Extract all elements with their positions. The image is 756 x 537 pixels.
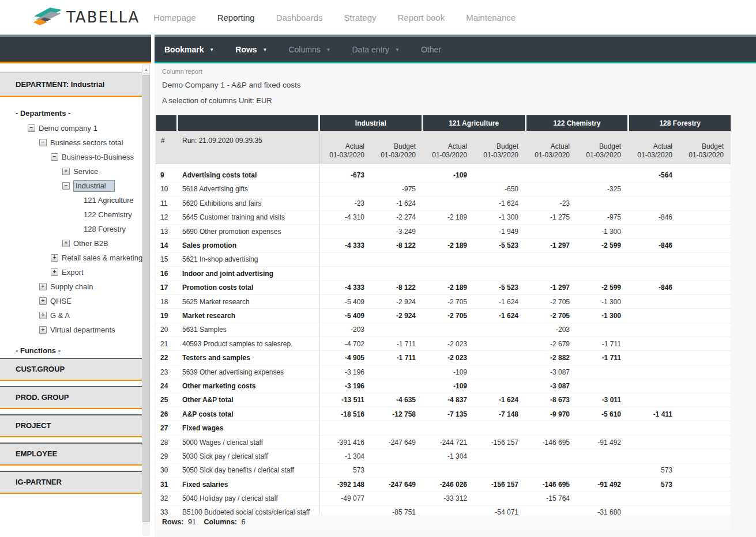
toolbar-item-columns[interactable]: Columns ▼ xyxy=(288,45,330,54)
cell-value: -3 087 xyxy=(525,368,577,376)
table-row-23[interactable]: 235639 Other advertising expenses-3 196-… xyxy=(156,365,731,379)
tree-item-industrial[interactable]: −Industrial xyxy=(0,179,151,193)
expand-icon[interactable]: + xyxy=(39,297,47,305)
tree-item-label[interactable]: Retail sales & marketing xyxy=(62,254,142,262)
tree-item-label[interactable]: Other B2B xyxy=(73,239,108,248)
table-row-15[interactable]: 155621 In-shop advertising xyxy=(156,253,731,267)
table-row-18[interactable]: 185625 Market research-5 409-2 924-2 705… xyxy=(156,295,731,309)
table-row-19[interactable]: 19Market research-5 409-2 924-2 705-1 62… xyxy=(156,309,731,323)
table-row-25[interactable]: 25Other A&P total-13 511-4 635-4 837-1 6… xyxy=(156,394,731,407)
tree-item-122-chemistry[interactable]: 122 Chemistry xyxy=(0,207,151,222)
table-row-21[interactable]: 2140593 Product samples to salesrep.-4 7… xyxy=(156,337,731,351)
table-row-17[interactable]: 17Promotion costs total-4 333-8 122-2 18… xyxy=(156,281,731,295)
table-row-31[interactable]: 31Fixed salaries-392 148-247 649-246 026… xyxy=(156,478,731,491)
nav-item-reporting[interactable]: Reporting xyxy=(217,13,255,22)
table-row-22[interactable]: 22Testers and samples-4 905-1 711-2 023-… xyxy=(156,351,731,365)
table-row-14[interactable]: 14Sales promotion-4 333-8 122-2 189-5 52… xyxy=(156,239,731,252)
tree-item-label[interactable]: Business sectors total xyxy=(50,138,123,147)
table-row-13[interactable]: 135690 Other promotion expenses-3 249-1 … xyxy=(156,225,731,239)
nav-item-report-book[interactable]: Report book xyxy=(397,13,445,22)
table-row-33[interactable]: 33B5100 Budgeted social costs/clerical s… xyxy=(156,506,731,515)
tree-item-g-a[interactable]: +G & A xyxy=(0,308,151,323)
cell-value: -1 300 xyxy=(577,228,628,236)
expand-icon[interactable]: + xyxy=(39,283,47,290)
scroll-up-icon[interactable]: ▲ xyxy=(142,65,150,74)
scroll-thumb[interactable] xyxy=(142,75,150,522)
table-row-26[interactable]: 26A&P costs total-18 516-12 758-7 135-7 … xyxy=(156,407,731,421)
table-row-29[interactable]: 295030 Sick pay / clerical staff-1 304-1… xyxy=(156,449,731,463)
cell-value: -9 970 xyxy=(525,410,577,418)
tree-item-label[interactable]: Demo company 1 xyxy=(39,124,97,133)
tree-item-label[interactable]: Industrial xyxy=(73,180,115,192)
column-period-label: 01-03/2020 xyxy=(329,151,364,160)
table-row-10[interactable]: 105618 Advertising gifts-975-650-325 xyxy=(156,183,731,196)
table-row-24[interactable]: 24Other marketing costs-3 196-109-3 087 xyxy=(156,379,731,393)
sidebar-panel-prod-group[interactable]: PROD. GROUP xyxy=(0,386,142,409)
tree-item-service[interactable]: +Service xyxy=(0,164,151,179)
tree-item-export[interactable]: +Export xyxy=(0,265,151,279)
collapse-icon[interactable]: − xyxy=(62,182,70,190)
sidebar-panel-ig-partner[interactable]: IG-PARTNER xyxy=(0,471,142,494)
cell-value: -7 135 xyxy=(423,410,474,418)
table-row-28[interactable]: 285000 Wages / clerical staff-391 416-24… xyxy=(156,436,731,449)
toolbar-item-other[interactable]: Other xyxy=(421,45,441,54)
table-row-32[interactable]: 325040 Holiday pay / clerical staff-49 0… xyxy=(156,491,731,505)
sidebar-panel-cust-group[interactable]: CUST.GROUP xyxy=(0,358,142,381)
tree-item-label[interactable]: Export xyxy=(62,268,84,277)
expand-icon[interactable]: + xyxy=(39,326,47,334)
tree-item-121-agriculture[interactable]: 121 Agriculture xyxy=(0,193,151,207)
table-subheader: # Run: 21.09.2020 09.39.35 Actual01-03/2… xyxy=(156,131,731,164)
tree-item-128-forestry[interactable]: 128 Forestry xyxy=(0,222,151,236)
expand-icon[interactable]: + xyxy=(39,312,47,319)
nav-item-strategy[interactable]: Strategy xyxy=(344,13,377,22)
tree-item-qhse[interactable]: +QHSE xyxy=(0,294,151,308)
app-logo[interactable]: TABELLA xyxy=(31,5,140,29)
toolbar-item-rows[interactable]: Rows ▼ xyxy=(235,45,267,54)
department-header[interactable]: DEPARTMENT: Industrial xyxy=(0,73,142,97)
table-row-12[interactable]: 125645 Customer training and visits-4 31… xyxy=(156,211,731,225)
table-row-27[interactable]: 27Fixed wages xyxy=(156,421,731,435)
tree-item-label[interactable]: Supply chain xyxy=(50,282,93,291)
tree-item-label[interactable]: G & A xyxy=(50,311,70,320)
expand-icon[interactable]: + xyxy=(51,254,58,262)
sidebar-panel-employee[interactable]: EMPLOYEE xyxy=(0,443,142,466)
table-row-30[interactable]: 305050 Sick day benefits / clerical staf… xyxy=(156,464,731,478)
tree-item-retail-sales-marketing[interactable]: +Retail sales & marketing xyxy=(0,251,151,265)
toolbar-item-data-entry[interactable]: Data entry ▼ xyxy=(352,45,400,54)
group-header-spacer xyxy=(178,115,318,131)
sidebar-scrollbar[interactable]: ▲ xyxy=(142,65,150,536)
tree-item-business-sectors-total[interactable]: −Business sectors total xyxy=(0,135,151,150)
tree-item-demo-company-1[interactable]: −Demo company 1 xyxy=(0,121,151,135)
nav-item-maintenance[interactable]: Maintenance xyxy=(466,13,516,22)
tree-item-virtual-departments[interactable]: +Virtual departments xyxy=(0,323,151,337)
tree-item-label[interactable]: QHSE xyxy=(50,297,72,305)
collapse-icon[interactable]: − xyxy=(51,153,58,161)
tree-item-label[interactable]: 122 Chemistry xyxy=(84,210,132,219)
tree-item-supply-chain[interactable]: +Supply chain xyxy=(0,279,151,294)
cell-value: -1 300 xyxy=(577,312,628,320)
table-row-9[interactable]: 9Advertising costs total-673-109-564 xyxy=(156,168,731,182)
expand-icon[interactable]: + xyxy=(51,268,58,276)
table-row-11[interactable]: 115620 Exhibitions and fairs-23-1 624-1 … xyxy=(156,196,731,210)
tree-item-label[interactable]: 128 Forestry xyxy=(84,225,126,233)
collapse-icon[interactable]: − xyxy=(28,124,35,132)
tree-item-label[interactable]: Business-to-Business xyxy=(62,153,134,161)
cell-value: -975 xyxy=(371,185,423,193)
column-measure-label: Actual xyxy=(551,142,570,151)
table-row-8[interactable]: 8Media-673-109-564 xyxy=(156,164,731,168)
tree-item-label[interactable]: 121 Agriculture xyxy=(84,196,134,205)
cell-value: -2 599 xyxy=(577,283,628,292)
table-row-16[interactable]: 16Indoor and joint advertising xyxy=(156,267,731,281)
expand-icon[interactable]: + xyxy=(62,168,70,175)
collapse-icon[interactable]: − xyxy=(39,139,47,146)
tree-item-business-to-business[interactable]: −Business-to-Business xyxy=(0,150,151,164)
tree-item-label[interactable]: Service xyxy=(73,167,98,176)
tree-item-label[interactable]: Virtual departments xyxy=(50,326,115,334)
sidebar-panel-project[interactable]: PROJECT xyxy=(0,414,142,437)
expand-icon[interactable]: + xyxy=(62,240,70,247)
table-row-20[interactable]: 205631 Samples-203-203 xyxy=(156,323,731,337)
nav-item-dashboards[interactable]: Dashboards xyxy=(276,13,323,22)
toolbar-item-bookmark[interactable]: Bookmark ▼ xyxy=(164,45,214,54)
nav-item-homepage[interactable]: Homepage xyxy=(153,13,195,22)
tree-item-other-b2b[interactable]: +Other B2B xyxy=(0,236,151,251)
